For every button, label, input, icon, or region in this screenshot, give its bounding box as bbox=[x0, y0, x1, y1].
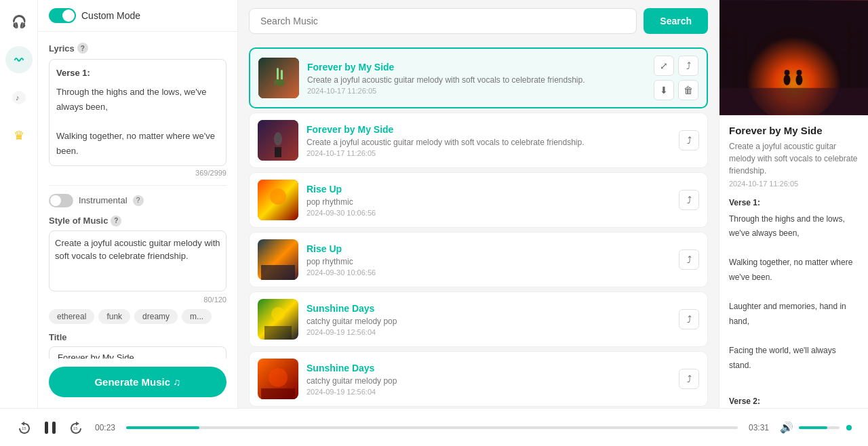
share-btn-1[interactable]: ⤴ bbox=[678, 56, 698, 76]
lyrics-line2: Walking together, no matter where we've … bbox=[56, 129, 219, 159]
svg-text:15: 15 bbox=[22, 426, 26, 430]
forward-15-button[interactable]: 15 bbox=[68, 420, 84, 436]
tag-ethereal[interactable]: ethereal bbox=[49, 309, 94, 324]
svg-rect-27 bbox=[723, 20, 726, 75]
song-title-3: Rise Up bbox=[307, 184, 671, 195]
volume-dot bbox=[846, 425, 852, 430]
song-actions-4: ⤴ bbox=[679, 249, 699, 270]
left-header: Custom Mode bbox=[38, 0, 237, 32]
svg-point-40 bbox=[785, 70, 790, 75]
svg-rect-45 bbox=[52, 422, 56, 434]
svg-point-42 bbox=[796, 70, 802, 75]
tag-more[interactable]: m... bbox=[182, 309, 212, 324]
song-card-3[interactable]: Rise Up pop rhythmic 2024-09-30 10:06:56… bbox=[249, 172, 708, 228]
share-btn-2[interactable]: ⤴ bbox=[679, 130, 699, 150]
song-card-4[interactable]: Rise Up pop rhythmic 2024-09-30 10:06:56… bbox=[249, 232, 708, 287]
song-card-1[interactable]: Forever by My Side Create a joyful acous… bbox=[249, 47, 708, 108]
volume-icon[interactable]: 🔊 bbox=[780, 421, 793, 434]
instrumental-toggle[interactable] bbox=[49, 194, 73, 207]
music-note-button[interactable]: ♪ bbox=[5, 84, 33, 111]
svg-rect-44 bbox=[45, 422, 48, 434]
song-date-4: 2024-09-30 10:06:56 bbox=[307, 268, 671, 277]
song-desc-4: pop rhythmic bbox=[307, 257, 671, 266]
time-total: 03:31 bbox=[749, 423, 769, 432]
song-actions-2: ⤴ bbox=[679, 130, 699, 150]
tag-dreamy[interactable]: dreamy bbox=[134, 309, 178, 324]
song-card-5[interactable]: Sunshine Days catchy guitar melody pop 2… bbox=[249, 291, 708, 347]
song-title-1: Forever by My Side bbox=[307, 62, 646, 73]
svg-point-39 bbox=[784, 75, 791, 85]
song-thumb-4 bbox=[258, 239, 298, 280]
instrumental-label: Instrumental bbox=[79, 195, 127, 205]
song-thumb-5 bbox=[258, 299, 298, 340]
share-btn-6[interactable]: ⤴ bbox=[679, 369, 699, 389]
song-info-2: Forever by My Side Create a joyful acous… bbox=[307, 124, 671, 157]
svg-rect-17 bbox=[261, 265, 295, 280]
title-input[interactable] bbox=[49, 346, 226, 359]
song-thumb-1 bbox=[258, 58, 299, 98]
song-list: Forever by My Side Create a joyful acous… bbox=[238, 42, 719, 408]
style-help-icon[interactable]: ? bbox=[111, 216, 121, 226]
headphones-button[interactable]: 🎧 bbox=[5, 8, 33, 35]
song-card-6[interactable]: Sunshine Days catchy guitar melody pop 2… bbox=[249, 351, 708, 407]
song-actions-5: ⤴ bbox=[679, 309, 699, 329]
svg-rect-23 bbox=[261, 388, 295, 399]
wave-button[interactable] bbox=[5, 46, 33, 73]
song-cover-art bbox=[719, 0, 868, 115]
lyrics-help-icon[interactable]: ? bbox=[77, 43, 88, 54]
instrumental-help-icon[interactable]: ? bbox=[133, 195, 144, 206]
player-controls: 15 15 bbox=[16, 418, 84, 437]
song-info-4: Rise Up pop rhythmic 2024-09-30 10:06:56 bbox=[307, 243, 671, 277]
tag-funk[interactable]: funk bbox=[98, 309, 130, 324]
lyrics-box[interactable]: Verse 1: Through the highs and the lows,… bbox=[49, 59, 226, 166]
style-of-music-label: Style of Music ? bbox=[49, 216, 226, 226]
left-content: Lyrics ? Verse 1: Through the highs and … bbox=[38, 32, 237, 359]
svg-rect-33 bbox=[848, 24, 852, 95]
share-btn-3[interactable]: ⤴ bbox=[679, 190, 699, 210]
share-btn-4[interactable]: ⤴ bbox=[679, 249, 699, 270]
right-lyrics-line1: Through the highs and the lows, we've al… bbox=[729, 212, 859, 241]
center-panel: Search Forever by My Sid bbox=[238, 0, 719, 408]
svg-rect-20 bbox=[264, 326, 292, 340]
lyrics-line1: Through the highs and the lows, we've al… bbox=[56, 85, 219, 115]
style-textarea[interactable]: Create a joyful acoustic guitar melody w… bbox=[49, 230, 226, 291]
song-date-3: 2024-09-30 10:06:56 bbox=[307, 209, 671, 217]
song-desc-6: catchy guitar melody pop bbox=[307, 376, 671, 386]
share-btn-5[interactable]: ⤴ bbox=[679, 309, 699, 329]
svg-point-41 bbox=[795, 75, 802, 85]
song-info-1: Forever by My Side Create a joyful acous… bbox=[307, 62, 646, 95]
time-current: 00:23 bbox=[95, 423, 115, 432]
song-card-2[interactable]: Forever by My Side Create a joyful acous… bbox=[249, 113, 708, 168]
play-pause-button[interactable] bbox=[41, 418, 60, 437]
rewind-15-button[interactable]: 15 bbox=[16, 420, 33, 436]
search-button[interactable]: Search bbox=[644, 8, 708, 34]
volume-section: 🔊 bbox=[780, 421, 852, 434]
expand-btn-1[interactable]: ⤢ bbox=[654, 56, 674, 76]
download-btn-1[interactable]: ⬇ bbox=[654, 80, 674, 100]
svg-text:♪: ♪ bbox=[16, 94, 20, 102]
song-actions-6: ⤴ bbox=[679, 369, 699, 389]
song-date-5: 2024-09-19 12:56:04 bbox=[307, 328, 671, 336]
song-actions-1: ⤢ ⤴ ⬇ 🗑 bbox=[654, 56, 698, 100]
svg-point-22 bbox=[269, 368, 288, 387]
right-lyrics-line3: Laughter and memories, hand in hand, bbox=[729, 300, 859, 329]
generate-button[interactable]: Generate Music ♫ bbox=[49, 367, 226, 397]
right-song-title: Forever by My Side bbox=[729, 125, 859, 136]
progress-fill bbox=[126, 426, 199, 429]
progress-bar[interactable] bbox=[126, 426, 738, 429]
delete-btn-1[interactable]: 🗑 bbox=[678, 80, 698, 100]
crown-button[interactable]: ♛ bbox=[5, 122, 33, 149]
song-desc-5: catchy guitar melody pop bbox=[307, 317, 671, 326]
song-actions-3: ⤴ bbox=[679, 190, 699, 210]
song-thumb-3 bbox=[258, 180, 298, 220]
volume-bar[interactable] bbox=[799, 426, 840, 429]
svg-rect-11 bbox=[275, 147, 281, 157]
bottom-player: 15 15 00:23 03:31 🔊 bbox=[0, 408, 868, 446]
search-bar-row: Search bbox=[238, 0, 719, 42]
custom-mode-toggle[interactable] bbox=[49, 8, 76, 23]
verse1-label: Verse 1: bbox=[56, 66, 219, 81]
lyrics-display: Verse 1: Through the highs and the lows,… bbox=[729, 196, 859, 408]
search-input[interactable] bbox=[249, 8, 637, 34]
svg-rect-28 bbox=[743, 34, 747, 95]
lyrics-char-count: 369/2999 bbox=[49, 169, 226, 177]
